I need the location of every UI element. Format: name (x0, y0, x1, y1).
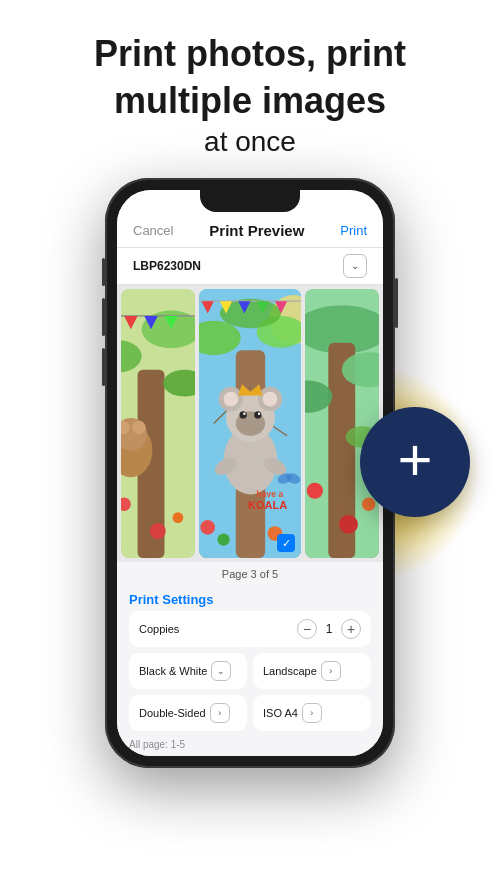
image-checkmark: ✓ (277, 534, 295, 552)
phone-volume-up-button (102, 298, 105, 336)
print-button[interactable]: Print (340, 223, 367, 238)
svg-point-11 (150, 523, 166, 539)
phone-notch (200, 190, 300, 212)
settings-title: Print Settings (129, 586, 371, 611)
svg-point-34 (243, 413, 245, 415)
color-dropdown: Black & White ⌄ (139, 661, 231, 681)
color-orientation-row: Black & White ⌄ Landscape › (129, 653, 371, 689)
phone-frame: Cancel Print Preview Print LBP6230DN ⌄ (105, 178, 395, 768)
svg-point-40 (200, 520, 215, 535)
image-right[interactable] (305, 289, 379, 558)
chevron-right-icon2: › (218, 708, 221, 718)
color-label: Black & White (139, 665, 207, 677)
chevron-down-icon: ⌄ (351, 261, 359, 271)
svg-point-5 (132, 421, 145, 434)
svg-point-33 (254, 412, 261, 419)
copies-value: 1 (321, 622, 337, 636)
duplex-label: Double-Sided (139, 707, 206, 719)
duplex-dropdown: Double-Sided › (139, 703, 230, 723)
print-settings: Print Settings Coppies − 1 + (117, 586, 383, 756)
image-left[interactable] (121, 289, 195, 558)
svg-point-58 (340, 515, 359, 534)
svg-point-32 (239, 412, 246, 419)
cancel-button[interactable]: Cancel (133, 223, 173, 238)
svg-point-41 (217, 534, 229, 546)
image-center[interactable]: have a KOALA (199, 289, 302, 558)
plus-icon: + (347, 622, 355, 636)
duplex-paper-row: Double-Sided › ISO A4 › (129, 695, 371, 731)
svg-point-35 (257, 413, 259, 415)
chevron-right-icon: › (329, 666, 332, 676)
orientation-label: Landscape (263, 665, 317, 677)
screen-title: Print Preview (209, 222, 304, 239)
add-image-button[interactable]: + (360, 407, 470, 517)
copies-label: Coppies (139, 623, 179, 635)
header-subtitle: at once (40, 126, 460, 158)
chevron-right-icon3: › (310, 708, 313, 718)
images-area: have a KOALA (117, 285, 383, 562)
minus-icon: − (303, 622, 311, 636)
svg-point-27 (223, 392, 238, 407)
printer-name: LBP6230DN (133, 259, 201, 273)
svg-point-10 (173, 513, 184, 524)
chevron-down-icon: ⌄ (217, 666, 225, 676)
phone-wrapper: Cancel Print Preview Print LBP6230DN ⌄ (0, 178, 500, 768)
orientation-dropdown: Landscape › (263, 661, 341, 681)
paper-dropdown: ISO A4 › (263, 703, 322, 723)
svg-point-56 (307, 483, 323, 499)
orientation-setting[interactable]: Landscape › (253, 653, 371, 689)
phone-screen: Cancel Print Preview Print LBP6230DN ⌄ (117, 190, 383, 756)
copies-increase-button[interactable]: + (341, 619, 361, 639)
copies-row: Coppies − 1 + (129, 611, 371, 647)
printer-row: LBP6230DN ⌄ (117, 248, 383, 285)
plus-icon-large: + (397, 430, 432, 490)
copies-decrease-button[interactable]: − (297, 619, 317, 639)
paper-setting[interactable]: ISO A4 › (253, 695, 371, 731)
header-title-line2: multiple images (40, 79, 460, 122)
phone-mute-button (102, 258, 105, 286)
printer-dropdown-button[interactable]: ⌄ (343, 254, 367, 278)
paper-label: ISO A4 (263, 707, 298, 719)
header-section: Print photos, print multiple images at o… (0, 0, 500, 178)
svg-text:have a: have a (256, 489, 283, 499)
svg-point-29 (262, 392, 277, 407)
phone-volume-down-button (102, 348, 105, 386)
copies-control: − 1 + (297, 619, 361, 639)
color-dropdown-button[interactable]: ⌄ (211, 661, 231, 681)
header-title-line1: Print photos, print (40, 32, 460, 75)
orientation-dropdown-button[interactable]: › (321, 661, 341, 681)
duplex-setting[interactable]: Double-Sided › (129, 695, 247, 731)
phone-power-button (395, 278, 398, 328)
all-pages-text: All page: 1-5 (129, 737, 371, 752)
page-indicator: Page 3 of 5 (117, 562, 383, 586)
paper-dropdown-button[interactable]: › (302, 703, 322, 723)
duplex-dropdown-button[interactable]: › (210, 703, 230, 723)
svg-text:KOALA: KOALA (248, 499, 287, 511)
color-setting[interactable]: Black & White ⌄ (129, 653, 247, 689)
